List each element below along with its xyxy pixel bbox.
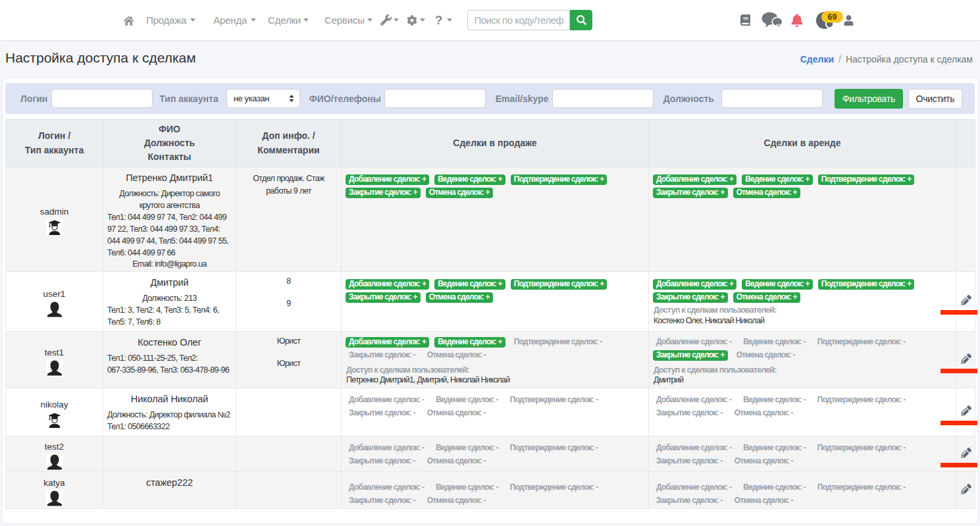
svg-text:69: 69 <box>828 13 837 22</box>
